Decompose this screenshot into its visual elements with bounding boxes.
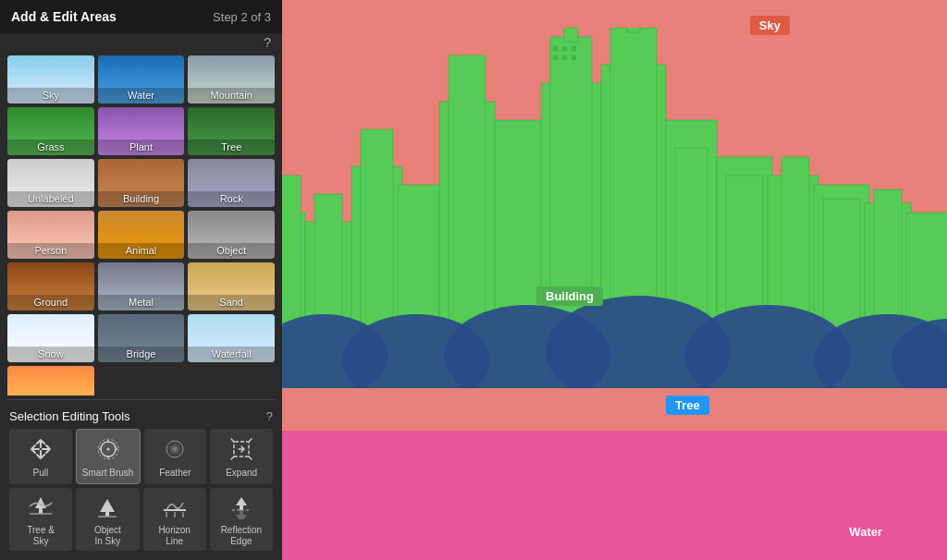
category-label-tree: Tree (188, 140, 275, 155)
tools-row-1: Pull Smart Brush Feather Expand (9, 429, 273, 484)
category-label-grass: Grass (7, 140, 94, 155)
category-item-skyreflection[interactable]: Sky Reflection (7, 366, 94, 396)
tool-label-reflection_edge: Reflection Edge (221, 525, 262, 547)
tools-help[interactable]: ? (266, 409, 273, 423)
category-item-plant[interactable]: Plant (98, 107, 185, 155)
building-label[interactable]: Building (536, 286, 603, 306)
category-label-metal: Metal (98, 295, 185, 310)
tool-btn-feather[interactable]: Feather (144, 429, 207, 484)
svg-rect-30 (553, 55, 558, 60)
category-item-mountain[interactable]: Mountain (188, 55, 275, 103)
tool-btn-object_in_sky[interactable]: Object In Sky (76, 488, 139, 551)
category-bg-skyreflection (7, 366, 94, 396)
svg-point-47 (166, 441, 183, 457)
category-item-animal[interactable]: Animal (98, 211, 185, 259)
category-label-ground: Ground (7, 295, 94, 310)
category-item-sand[interactable]: Sand (188, 262, 275, 310)
panel-header: Add & Edit Areas Step 2 of 3 (0, 0, 282, 33)
category-label-unlabeled: Unlabeled (7, 191, 94, 207)
svg-rect-15 (627, 28, 640, 32)
category-grid: SkyWaterMountainGrassPlantTreeUnlabeledB… (0, 52, 282, 396)
svg-marker-51 (100, 499, 115, 512)
tool-label-expand: Expand (226, 468, 257, 479)
category-item-person[interactable]: Person (7, 211, 94, 259)
tool-btn-smart_brush[interactable]: Smart Brush (76, 429, 141, 484)
divider (7, 399, 275, 400)
svg-rect-58 (240, 510, 243, 515)
category-label-mountain: Mountain (188, 88, 275, 103)
category-label-animal: Animal (98, 243, 185, 259)
tool-label-feather: Feather (159, 468, 191, 479)
tool-btn-reflection_edge[interactable]: Reflection Edge (210, 488, 273, 551)
tools-title: Selection Editing Tools (9, 409, 130, 423)
water-label[interactable]: Water (840, 522, 892, 542)
category-label-plant: Plant (98, 140, 185, 155)
panel-title: Add & Edit Areas (11, 9, 117, 24)
category-item-object[interactable]: Object (188, 211, 275, 259)
reflection_edge-icon (228, 493, 254, 525)
category-label-water: Water (98, 88, 185, 103)
sky-label[interactable]: Sky (750, 16, 790, 35)
category-item-grass[interactable]: Grass (7, 107, 94, 155)
pull-icon (28, 436, 54, 468)
tool-btn-tree_sky[interactable]: Tree & Sky (9, 488, 72, 551)
category-item-snow[interactable]: Snow (7, 314, 94, 362)
tree_sky-icon (28, 493, 54, 525)
buildings-svg (268, 28, 947, 388)
svg-rect-27 (553, 46, 558, 51)
svg-point-41 (106, 448, 109, 451)
category-item-sky[interactable]: Sky (7, 55, 94, 103)
svg-marker-57 (236, 515, 247, 519)
svg-rect-12 (564, 28, 578, 42)
svg-rect-32 (572, 55, 576, 60)
category-item-unlabeled[interactable]: Unlabeled (7, 159, 94, 207)
tool-label-tree_sky: Tree & Sky (27, 525, 55, 547)
tool-label-pull: Pull (33, 468, 49, 479)
tree-label[interactable]: Tree (666, 396, 709, 415)
left-panel: Add & Edit Areas Step 2 of 3 ? SkyWaterM… (0, 0, 282, 560)
tool-btn-expand[interactable]: Expand (210, 429, 273, 484)
horizon_line-icon (162, 493, 188, 525)
panel-step: Step 2 of 3 (213, 10, 271, 24)
svg-rect-50 (39, 508, 43, 514)
category-label-snow: Snow (7, 347, 94, 362)
tool-label-object_in_sky: Object In Sky (94, 525, 121, 547)
category-label-bridge: Bridge (98, 347, 185, 362)
tool-btn-pull[interactable]: Pull (9, 429, 72, 484)
category-label-sand: Sand (188, 295, 275, 310)
category-item-tree[interactable]: Tree (188, 107, 275, 155)
feather-icon (162, 436, 188, 468)
panel-help[interactable]: ? (0, 33, 282, 52)
svg-rect-28 (562, 46, 567, 51)
category-label-object: Object (188, 243, 275, 259)
category-item-metal[interactable]: Metal (98, 262, 185, 310)
expand-icon (228, 436, 254, 468)
tool-btn-horizon_line[interactable]: Horizon Line (143, 488, 206, 551)
tool-label-smart_brush: Smart Brush (82, 468, 134, 479)
tool-label-horizon_line: Horizon Line (158, 525, 190, 547)
category-item-water[interactable]: Water (98, 55, 185, 103)
smart_brush-icon (95, 436, 121, 468)
category-label-sky: Sky (7, 88, 94, 103)
svg-rect-29 (572, 46, 576, 51)
tools-section: Selection Editing Tools ? Pull Smart Bru… (0, 404, 282, 560)
category-item-waterfall[interactable]: Waterfall (188, 314, 275, 362)
category-label-waterfall: Waterfall (188, 347, 275, 362)
tools-header: Selection Editing Tools ? (9, 409, 273, 423)
svg-marker-54 (236, 497, 247, 505)
tools-row-2: Tree & Sky Object In Sky Horizon Line Re… (9, 488, 273, 551)
svg-rect-31 (562, 55, 567, 60)
category-item-ground[interactable]: Ground (7, 262, 94, 310)
category-item-building[interactable]: Building (98, 159, 185, 207)
category-label-rock: Rock (188, 191, 275, 207)
category-item-bridge[interactable]: Bridge (98, 314, 185, 362)
category-item-rock[interactable]: Rock (188, 159, 275, 207)
category-label-person: Person (7, 243, 94, 259)
object_in_sky-icon (94, 493, 120, 525)
category-label-building: Building (98, 191, 185, 207)
